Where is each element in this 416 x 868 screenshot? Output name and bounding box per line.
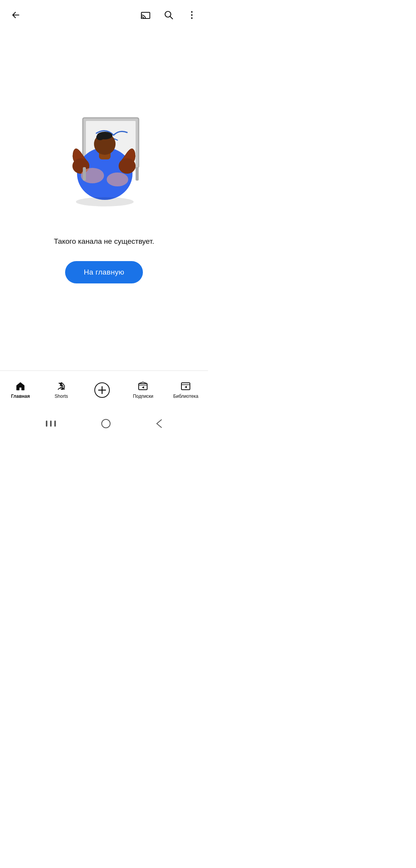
back-system-button[interactable] [155,419,163,429]
more-button[interactable] [185,8,199,22]
svg-point-5 [191,17,193,19]
svg-point-14 [119,158,136,174]
nav-label-home: Главная [11,394,30,399]
nav-item-create[interactable] [87,379,117,401]
nav-label-shorts: Shorts [55,394,68,399]
nav-item-shorts[interactable]: Shorts [46,378,77,402]
svg-rect-22 [181,383,190,390]
svg-point-4 [191,14,193,16]
error-message: Такого канала не существует. [54,237,154,246]
svg-rect-23 [46,421,47,427]
svg-point-3 [191,11,193,13]
nav-item-home[interactable]: Главная [5,378,36,402]
nav-item-library[interactable]: Библиотека [169,378,203,402]
recent-apps-button[interactable] [45,419,57,428]
top-bar [0,0,208,27]
nav-item-subscriptions[interactable]: Подписки [127,378,158,402]
home-button[interactable]: На главную [65,261,143,283]
svg-point-16 [107,173,128,186]
svg-rect-25 [54,421,56,427]
system-navigation [0,413,208,434]
cast-button[interactable] [139,8,153,22]
home-system-button[interactable] [101,418,111,429]
svg-point-19 [76,197,134,206]
error-illustration [46,99,162,222]
svg-rect-21 [139,384,147,390]
bottom-navigation: Главная Shorts Подписки [0,370,208,413]
svg-rect-26 [102,419,110,428]
back-button[interactable] [9,8,22,22]
nav-label-subscriptions: Подписки [133,394,153,399]
nav-label-library: Библиотека [173,394,198,399]
svg-point-1 [141,18,142,19]
main-content: Такого канала не существует. На главную [0,27,208,370]
svg-rect-24 [50,421,52,427]
search-button[interactable] [162,8,176,22]
svg-point-12 [96,134,104,140]
top-bar-left [9,8,22,22]
top-bar-right [139,8,199,22]
svg-rect-18 [136,167,139,181]
svg-rect-17 [83,167,86,181]
